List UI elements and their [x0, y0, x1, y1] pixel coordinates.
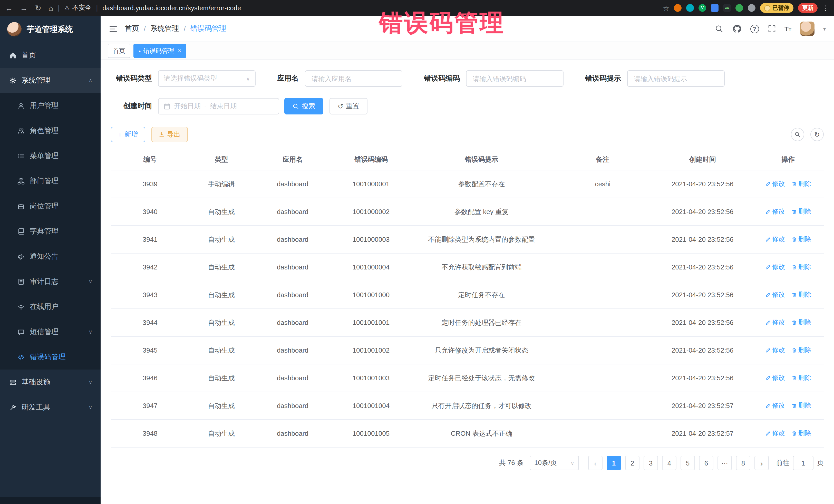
- add-button[interactable]: + 新增: [111, 127, 145, 142]
- delete-link[interactable]: 删除: [791, 235, 811, 244]
- sidebar-item-menus[interactable]: 菜单管理: [0, 143, 101, 168]
- delete-link[interactable]: 删除: [791, 290, 811, 299]
- browser-menu-icon[interactable]: ⋮: [822, 4, 829, 12]
- sidebar-item-infra[interactable]: 基础设施 ∨: [0, 370, 101, 395]
- bookmark-star-icon[interactable]: ☆: [663, 4, 669, 12]
- page-number-button[interactable]: 1: [607, 456, 621, 470]
- table-toolbar: + 新增 导出 ↻: [111, 127, 824, 142]
- delete-link[interactable]: 删除: [791, 318, 811, 327]
- extensions-puzzle-icon[interactable]: [748, 4, 755, 12]
- page-number-button[interactable]: 8: [736, 456, 750, 470]
- user-avatar[interactable]: [800, 22, 814, 36]
- sidebar-item-depts[interactable]: 部门管理: [0, 168, 101, 194]
- edit-link[interactable]: 修改: [765, 346, 785, 355]
- sidebar-item-roles[interactable]: 角色管理: [0, 118, 101, 143]
- cell-app: dashboard: [254, 309, 332, 336]
- edit-link[interactable]: 修改: [765, 235, 785, 244]
- page-number-button[interactable]: 6: [699, 456, 714, 470]
- forward-icon[interactable]: →: [20, 4, 28, 12]
- prev-page-button[interactable]: ‹: [588, 456, 602, 470]
- edit-link[interactable]: 修改: [765, 318, 785, 327]
- extension-icon-1[interactable]: [674, 4, 682, 12]
- page-number-button[interactable]: 5: [681, 456, 695, 470]
- edit-link[interactable]: 修改: [765, 263, 785, 271]
- edit-link[interactable]: 修改: [765, 180, 785, 188]
- delete-link[interactable]: 删除: [791, 429, 811, 438]
- logo-avatar: [7, 22, 22, 37]
- search-icon[interactable]: [715, 24, 723, 33]
- security-indicator[interactable]: ⚠ 不安全: [64, 4, 92, 12]
- cell-id: 3943: [111, 281, 190, 309]
- page-number-button[interactable]: 2: [625, 456, 639, 470]
- sidebar-item-devtools[interactable]: 研发工具 ∨: [0, 395, 101, 420]
- error-hint-input[interactable]: [633, 74, 719, 83]
- delete-link[interactable]: 删除: [791, 207, 811, 216]
- page-number-button[interactable]: 4: [662, 456, 676, 470]
- tag-error-code[interactable]: ● 错误码管理 ×: [133, 44, 186, 58]
- app-logo[interactable]: 芋道管理系统: [0, 16, 101, 43]
- hamburger-icon[interactable]: [109, 24, 117, 33]
- next-page-button[interactable]: ›: [754, 456, 769, 470]
- pagination: 共 76 条 10条/页 ∨ ‹ 1 2 3 4 5: [111, 456, 824, 470]
- sidebar-item-online-users[interactable]: 在线用户: [0, 294, 101, 319]
- home-icon[interactable]: ⌂: [48, 4, 53, 12]
- breadcrumb-system[interactable]: 系统管理: [150, 24, 179, 34]
- edit-link[interactable]: 修改: [765, 374, 785, 382]
- error-code-input[interactable]: [471, 74, 558, 83]
- edit-link[interactable]: 修改: [765, 207, 785, 216]
- cell-hint: 不能删除类型为系统内置的参数配置: [410, 225, 553, 253]
- edit-link[interactable]: 修改: [765, 290, 785, 299]
- delete-link[interactable]: 删除: [791, 401, 811, 410]
- extension-icon-5[interactable]: on: [723, 4, 731, 12]
- date-range-picker[interactable]: 开始日期 - 结束日期: [158, 98, 279, 114]
- app-name-input[interactable]: [310, 74, 397, 83]
- delete-link[interactable]: 删除: [791, 346, 811, 355]
- browser-update-button[interactable]: 更新: [798, 3, 817, 13]
- goto-page-input[interactable]: [793, 456, 813, 470]
- profile-paused-chip[interactable]: 已暂停: [760, 3, 793, 13]
- sidebar-item-sms[interactable]: 短信管理 ∨: [0, 319, 101, 344]
- sidebar-item-error-code[interactable]: 错误码管理: [0, 344, 101, 370]
- sidebar-item-home[interactable]: 首页: [0, 43, 101, 68]
- error-type-select[interactable]: 请选择错误码类型 ∨: [158, 70, 256, 87]
- page-number-button[interactable]: 3: [643, 456, 658, 470]
- delete-link[interactable]: 删除: [791, 374, 811, 382]
- export-button[interactable]: 导出: [151, 127, 188, 142]
- filter-error-code: 错误码编码: [424, 70, 564, 87]
- sidebar-item-audit-log[interactable]: 审计日志 ∨: [0, 269, 101, 294]
- breadcrumb-home[interactable]: 首页: [125, 24, 139, 34]
- extension-icon-3[interactable]: V: [699, 4, 706, 12]
- help-icon[interactable]: ?: [750, 24, 759, 33]
- reload-icon[interactable]: ↻: [35, 3, 41, 13]
- toggle-search-button[interactable]: [791, 128, 804, 141]
- sidebar-item-users[interactable]: 用户管理: [0, 93, 101, 118]
- url-bar[interactable]: dashboard.yudao.iocoder.cn/system/error-…: [103, 4, 241, 12]
- reset-button[interactable]: ↺ 重置: [329, 98, 368, 114]
- refresh-button[interactable]: ↻: [810, 128, 824, 141]
- tag-home[interactable]: 首页: [108, 44, 130, 58]
- search-button[interactable]: 搜索: [284, 98, 323, 114]
- close-icon[interactable]: ×: [178, 47, 181, 54]
- back-icon[interactable]: ←: [5, 4, 13, 12]
- fullscreen-icon[interactable]: [768, 25, 776, 33]
- sidebar-item-dict[interactable]: 字典管理: [0, 219, 101, 244]
- extension-icon-2[interactable]: [686, 4, 694, 12]
- cell-remark: [553, 281, 653, 309]
- edit-link[interactable]: 修改: [765, 429, 785, 438]
- cell-app: dashboard: [254, 198, 332, 225]
- page-size-select[interactable]: 10条/页 ∨: [530, 456, 579, 470]
- sidebar-item-system[interactable]: 系统管理 ∧: [0, 68, 101, 93]
- caret-down-icon[interactable]: ▾: [823, 26, 826, 31]
- sidebar-item-posts[interactable]: 岗位管理: [0, 194, 101, 219]
- extension-icon-4[interactable]: [711, 4, 719, 12]
- sidebar-item-notice[interactable]: 通知公告: [0, 244, 101, 269]
- edit-link[interactable]: 修改: [765, 401, 785, 410]
- delete-link[interactable]: 删除: [791, 180, 811, 188]
- delete-link[interactable]: 删除: [791, 263, 811, 271]
- github-icon[interactable]: [732, 24, 741, 34]
- page-number-button[interactable]: ···: [718, 456, 732, 470]
- extension-icon-6[interactable]: [736, 4, 743, 12]
- cell-id: 3939: [111, 170, 190, 198]
- font-size-icon[interactable]: TT: [785, 25, 791, 32]
- chevron-down-icon: ∨: [89, 329, 92, 335]
